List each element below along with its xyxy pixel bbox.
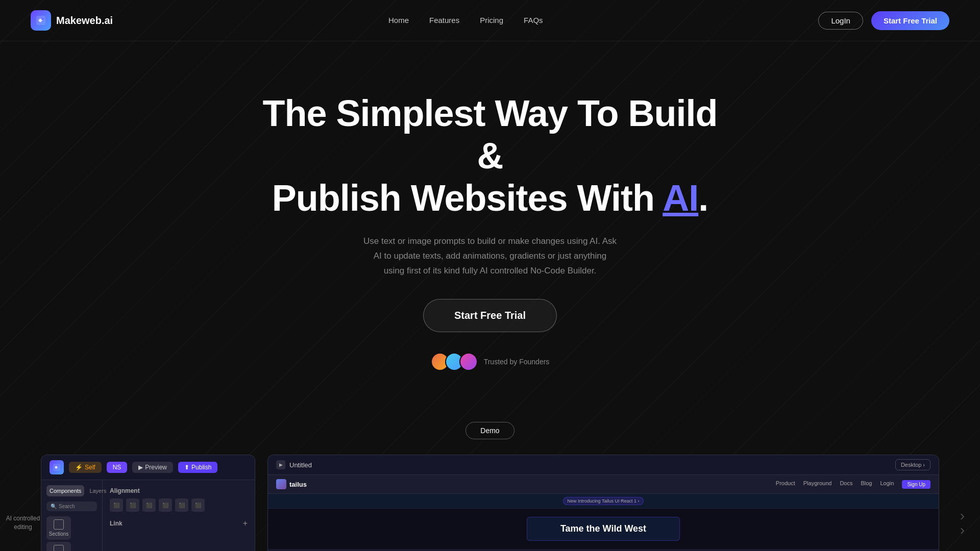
sections-icon: [54, 519, 64, 530]
avatar-3: [459, 353, 478, 371]
nav-product: Product: [776, 480, 795, 489]
preview-panel: ▶ Untitled Desktop › tailus Product Play…: [267, 455, 939, 551]
link-label: Link: [110, 520, 122, 527]
logo-text: Makeweb.ai: [56, 15, 113, 27]
box-icon: [54, 545, 64, 551]
builder-content-panel: Alignment ⬛ ⬛ ⬛ ⬛ ⬛ ⬛ Link +: [103, 480, 255, 551]
login-button[interactable]: LogIn: [818, 12, 863, 30]
nav-playground: Playground: [803, 480, 832, 489]
align-right-icon[interactable]: ⬛: [142, 498, 156, 512]
builder-search-box[interactable]: 🔍 Search: [46, 502, 97, 511]
trusted-text: Trusted by Founders: [484, 358, 550, 366]
preview-browser: tailus Product Playground Docs Blog Logi…: [268, 475, 939, 549]
right-arrow-indicator: ››: [960, 509, 965, 537]
align-bottom-icon[interactable]: ⬛: [191, 498, 205, 512]
tab-components[interactable]: Components: [46, 485, 84, 496]
avatar-group: [431, 353, 478, 371]
link-add-button[interactable]: +: [243, 519, 248, 528]
search-placeholder: Search: [59, 504, 75, 509]
builder-sidebar: Components Layers 🔍 Search Sections Box: [41, 480, 103, 551]
hero-section: The Simplest Way To Build & Publish Webs…: [0, 41, 980, 391]
nav-faqs[interactable]: FAQs: [524, 16, 543, 24]
browser-content: Tame the Wild West: [268, 509, 939, 549]
hero-start-trial-button[interactable]: Start Free Trial: [423, 299, 557, 332]
tailus-name: tailus: [289, 481, 307, 488]
nav-links: Home Features Pricing FAQs: [388, 16, 543, 25]
alignment-label: Alignment: [110, 487, 248, 494]
preview-title-area: ▶ Untitled: [276, 460, 312, 469]
hero-title-line1: The Simplest Way To Build &: [262, 93, 717, 176]
banner-text: New Introducing Tailus UI React 1 ›: [568, 498, 640, 504]
align-center-icon[interactable]: ⬛: [126, 498, 139, 512]
nav-actions: LogIn Start Free Trial: [818, 11, 949, 30]
svg-point-1: [42, 18, 44, 20]
hero-ai-text: AI: [663, 178, 698, 218]
nav-start-trial-button[interactable]: Start Free Trial: [871, 11, 949, 30]
builder-ns-button[interactable]: NS: [107, 462, 128, 473]
ai-label: AI controlled editing: [5, 514, 41, 532]
builder-panel: ⚡ Self NS ▶ Preview ⬆ Publish Components…: [41, 455, 255, 551]
nav-login: Login: [880, 480, 894, 489]
box-item[interactable]: Box: [46, 542, 71, 551]
hero-subtitle: Use text or image prompts to build or ma…: [362, 234, 618, 279]
demo-section: Demo: [0, 391, 980, 455]
tailus-icon: [276, 479, 286, 489]
trusted-section: Trusted by Founders: [10, 353, 970, 371]
hero-title: The Simplest Way To Build & Publish Webs…: [260, 92, 720, 219]
nav-features[interactable]: Features: [429, 16, 459, 24]
browser-banner: New Introducing Tailus UI React 1 ›: [268, 494, 939, 509]
builder-preview-button[interactable]: ▶ Preview: [132, 462, 173, 473]
builder-logo-icon: [50, 460, 64, 474]
builder-body: Components Layers 🔍 Search Sections Box: [41, 480, 255, 551]
hero-period: .: [698, 178, 708, 218]
builder-self-button[interactable]: ⚡ Self: [69, 462, 102, 473]
tailus-logo: tailus: [276, 479, 307, 489]
navbar: Makeweb.ai Home Features Pricing FAQs Lo…: [0, 0, 980, 41]
component-items: Sections Box: [46, 516, 97, 551]
nav-docs: Docs: [840, 480, 852, 489]
search-icon: 🔍: [51, 504, 57, 509]
sections-item[interactable]: Sections: [46, 516, 71, 540]
demo-button[interactable]: Demo: [465, 422, 514, 439]
browser-nav-links: Product Playground Docs Blog Login Sign …: [776, 480, 930, 489]
preview-topbar: ▶ Untitled Desktop ›: [268, 455, 939, 475]
desktop-button[interactable]: Desktop ›: [895, 459, 930, 470]
nav-blog: Blog: [861, 480, 872, 489]
ai-label-line2: editing: [5, 523, 41, 532]
signup-button[interactable]: Sign Up: [902, 480, 930, 489]
logo-link[interactable]: Makeweb.ai: [31, 10, 113, 31]
alignment-section: Alignment ⬛ ⬛ ⬛ ⬛ ⬛ ⬛: [110, 487, 248, 512]
builder-publish-button[interactable]: ⬆ Publish: [178, 462, 217, 473]
ai-label-line1: AI controlled: [5, 514, 41, 523]
align-top-icon[interactable]: ⬛: [159, 498, 172, 512]
align-middle-icon[interactable]: ⬛: [175, 498, 188, 512]
browser-heading: Tame the Wild West: [533, 523, 673, 534]
nav-home[interactable]: Home: [388, 16, 409, 24]
browser-navbar: tailus Product Playground Docs Blog Logi…: [268, 475, 939, 494]
logo-icon: [31, 10, 51, 31]
hero-title-line2: Publish Websites With AI.: [272, 178, 708, 218]
svg-point-3: [58, 465, 59, 467]
link-section: Link +: [110, 519, 248, 528]
align-left-icon[interactable]: ⬛: [110, 498, 123, 512]
builder-topbar: ⚡ Self NS ▶ Preview ⬆ Publish: [41, 455, 255, 480]
builder-tab-group: Components Layers: [46, 485, 97, 496]
banner-badge: New Introducing Tailus UI React 1 ›: [563, 497, 644, 505]
preview-title-text: Untitled: [289, 461, 312, 469]
nav-pricing[interactable]: Pricing: [480, 16, 503, 24]
preview-play-icon: ▶: [276, 460, 285, 469]
alignment-icons: ⬛ ⬛ ⬛ ⬛ ⬛ ⬛: [110, 498, 248, 512]
